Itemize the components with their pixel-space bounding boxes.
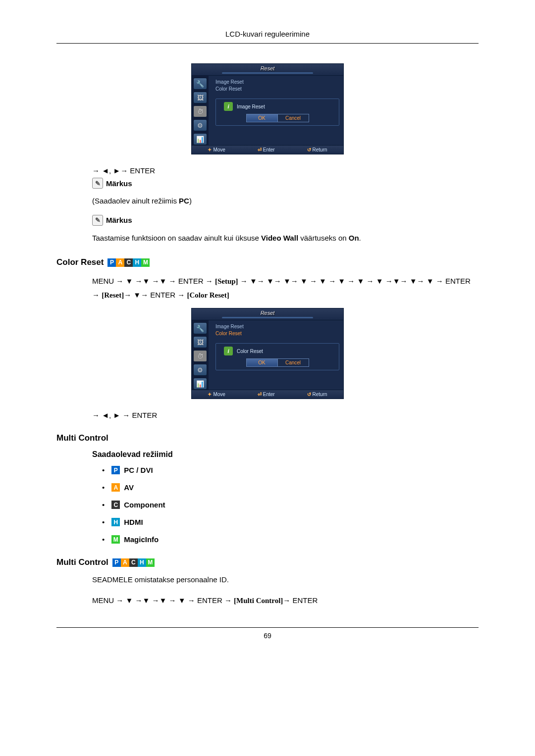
badge-a-icon: A bbox=[116, 258, 124, 267]
badge-h-icon: H bbox=[133, 258, 141, 267]
badge-a-icon: A bbox=[111, 483, 120, 492]
paragraph: Taastamise funktsioon on saadav ainult k… bbox=[92, 233, 479, 244]
osd-dialog-label: Color Reset bbox=[237, 349, 263, 354]
page-header-title: LCD-kuvari reguleerimine bbox=[56, 30, 479, 43]
badge-c-icon: C bbox=[111, 501, 120, 509]
osd-icon-input: 🔧 bbox=[193, 78, 207, 90]
osd-title: Reset bbox=[192, 308, 343, 320]
badge-c-icon: C bbox=[124, 258, 133, 267]
nav-instruction: → ◄, ► → ENTER bbox=[92, 411, 479, 419]
mode-item-pc: PPC / DVI bbox=[102, 466, 479, 474]
osd-icon-input: 🔧 bbox=[193, 322, 207, 334]
info-icon: i bbox=[224, 102, 233, 111]
header-rule bbox=[56, 43, 479, 44]
osd-screenshot-reset-image: Reset 🔧 🖼 ⏱ ⚙ 📊 Image Reset Color Reset … bbox=[191, 63, 344, 154]
badge-c-icon: C bbox=[129, 558, 138, 567]
info-icon: i bbox=[224, 347, 233, 355]
menu-path: MENU → ▼ →▼ →▼ → ENTER → [Setup] → ▼→ ▼→… bbox=[92, 274, 479, 302]
badge-a-icon: A bbox=[121, 558, 129, 567]
osd-footer: ✦Move ⏎Enter ↺Return bbox=[192, 390, 343, 399]
note-icon: ✎ bbox=[92, 178, 103, 189]
osd-icon-setup: ⚙ bbox=[193, 364, 207, 376]
badge-m-icon: M bbox=[141, 258, 150, 267]
osd-ok-button: OK bbox=[246, 114, 278, 122]
osd-title: Reset bbox=[192, 64, 343, 76]
modes-list: PPC / DVI AAV CComponent HHDMI MMagicInf… bbox=[102, 466, 479, 544]
osd-icon-sound: ⏱ bbox=[193, 350, 207, 362]
osd-icon-picture: 🖼 bbox=[193, 92, 207, 103]
note-label: Märkus bbox=[106, 216, 132, 224]
osd-dialog: i Color Reset OK Cancel bbox=[215, 343, 339, 370]
mode-item-component: CComponent bbox=[102, 501, 479, 509]
badge-m-icon: M bbox=[146, 558, 155, 567]
menu-path: MENU → ▼ →▼ →▼ → ▼ → ENTER → [Multi Cont… bbox=[92, 594, 479, 607]
nav-instruction: → ◄, ►→ ENTER bbox=[92, 166, 479, 175]
osd-footer: ✦Move ⏎Enter ↺Return bbox=[192, 145, 343, 154]
section-heading-multi-control: Multi Control bbox=[56, 433, 479, 443]
mode-badges: P A C H M bbox=[107, 258, 150, 267]
paragraph: SEADMELE omistatakse personaalne ID. bbox=[92, 574, 479, 586]
page: LCD-kuvari reguleerimine Reset 🔧 🖼 ⏱ ⚙ 📊… bbox=[0, 0, 535, 664]
osd-icon-multi: 📊 bbox=[193, 133, 207, 145]
osd-cancel-button: Cancel bbox=[278, 114, 309, 122]
osd-menu-item-selected: Color Reset bbox=[215, 330, 339, 337]
note-row: ✎ Märkus bbox=[92, 215, 479, 226]
mode-badges: P A C H M bbox=[112, 558, 155, 567]
badge-p-icon: P bbox=[107, 258, 116, 267]
osd-icon-sound: ⏱ bbox=[193, 105, 207, 117]
osd-sidebar: 🔧 🖼 ⏱ ⚙ 📊 bbox=[192, 320, 209, 390]
osd-menu-item: Image Reset bbox=[215, 323, 339, 330]
osd-screenshot-reset-color: Reset 🔧 🖼 ⏱ ⚙ 📊 Image Reset Color Reset … bbox=[191, 308, 344, 399]
osd-menu-item: Image Reset bbox=[215, 79, 339, 86]
section-heading-multi-control-2: Multi Control P A C H M bbox=[56, 557, 479, 567]
mode-item-magicinfo: MMagicInfo bbox=[102, 535, 479, 544]
section-heading-color-reset: Color Reset P A C H M bbox=[56, 257, 479, 267]
note-label: Märkus bbox=[106, 179, 132, 188]
osd-cancel-button: Cancel bbox=[278, 358, 309, 367]
paragraph: (Saadaolev ainult režiimis PC) bbox=[92, 196, 479, 207]
mode-item-av: AAV bbox=[102, 483, 479, 492]
badge-h-icon: H bbox=[138, 558, 146, 567]
osd-sidebar: 🔧 🖼 ⏱ ⚙ 📊 bbox=[192, 76, 209, 145]
osd-ok-button: OK bbox=[246, 358, 278, 367]
badge-h-icon: H bbox=[111, 518, 120, 526]
note-row: ✎ Märkus bbox=[92, 178, 479, 189]
page-number: 69 bbox=[56, 632, 479, 640]
osd-icon-multi: 📊 bbox=[193, 378, 207, 390]
badge-m-icon: M bbox=[111, 535, 120, 544]
mode-item-hdmi: HHDMI bbox=[102, 518, 479, 526]
subheading-modes: Saadaolevad režiimid bbox=[92, 450, 479, 459]
note-icon: ✎ bbox=[92, 215, 103, 226]
osd-icon-picture: 🖼 bbox=[193, 336, 207, 348]
osd-dialog-label: Image Reset bbox=[237, 104, 265, 109]
osd-dialog: i Image Reset OK Cancel bbox=[215, 99, 339, 126]
footer-rule bbox=[56, 627, 479, 628]
badge-p-icon: P bbox=[111, 466, 120, 474]
badge-p-icon: P bbox=[112, 558, 121, 567]
osd-icon-setup: ⚙ bbox=[193, 119, 207, 131]
osd-menu-item: Color Reset bbox=[215, 86, 339, 93]
